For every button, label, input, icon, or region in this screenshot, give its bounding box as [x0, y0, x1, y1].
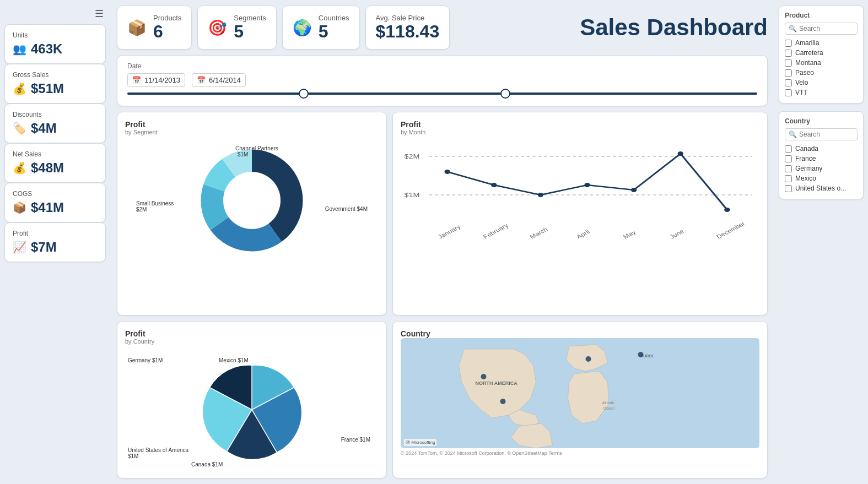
svg-text:$2M: $2M: [405, 153, 420, 160]
svg-text:Ocean: Ocean: [603, 406, 615, 410]
kpi-value-profit: $7M: [31, 240, 57, 255]
kpi-label-profit: Profit: [13, 230, 98, 237]
product-checkbox-carretera[interactable]: [785, 50, 792, 57]
country-checkbox-germany[interactable]: [785, 165, 792, 172]
country-search-icon: 🔍: [789, 130, 797, 138]
date-slider-start-thumb[interactable]: [299, 89, 309, 99]
product-search-input[interactable]: [799, 25, 854, 32]
product-filter-item[interactable]: Paseo: [785, 68, 858, 78]
svg-point-14: [631, 188, 637, 192]
product-checkbox-amarilla[interactable]: [785, 40, 792, 47]
map-brand-logo: Ⓜ Microsofting: [406, 440, 435, 445]
date-range-card: Date 📅 11/14/2013 📅 6/14/2014: [117, 55, 768, 106]
product-filter-item[interactable]: Montana: [785, 58, 858, 68]
country-label-germany: Germany $1M: [128, 357, 163, 363]
map-container: NORTH AMERICA Atlantic Ocean EUROI Ⓜ Mic…: [401, 338, 759, 448]
product-checkbox-velo[interactable]: [785, 79, 792, 86]
country-label-france: France $1M: [341, 437, 370, 443]
country-label-usa: United States of America$1M: [128, 447, 188, 459]
date-inputs: 📅 11/14/2013 📅 6/14/2014: [127, 73, 757, 87]
end-date-input[interactable]: 📅 6/14/2014: [192, 73, 246, 87]
kpi-card-gross-sales: Gross Sales 💰 $51M: [4, 64, 106, 104]
stat-label-products: Products: [153, 14, 181, 22]
product-checkbox-montana[interactable]: [785, 59, 792, 67]
stat-label-segments: Segments: [234, 14, 266, 22]
kpi-card-units: Units 👥 463K: [4, 24, 106, 64]
svg-point-11: [491, 183, 497, 187]
kpi-card-profit: Profit 📈 $7M: [4, 222, 106, 262]
date-slider-track[interactable]: [127, 93, 757, 95]
kpi-label-units: Units: [13, 31, 98, 39]
country-checkbox-united-states-o...[interactable]: [785, 185, 792, 192]
country-filter-label: Germany: [795, 165, 822, 172]
charts-row-1: Profit by Segment: [117, 112, 768, 316]
svg-text:NORTH AMERICA: NORTH AMERICA: [476, 380, 518, 386]
right-panel: Product 🔍 Amarilla Carretera Montana Pas…: [774, 0, 868, 484]
country-checkbox-france[interactable]: [785, 155, 792, 162]
product-filter-label: Carretera: [795, 49, 823, 57]
product-filter-item[interactable]: Carretera: [785, 48, 858, 58]
dashboard: ☰ Units 👥 463K Gross Sales 💰 $51M Discou…: [0, 0, 868, 484]
stat-icon-segments: 🎯: [208, 19, 227, 37]
country-filter-item[interactable]: Germany: [785, 164, 858, 173]
product-search-icon: 🔍: [789, 25, 797, 32]
product-checkbox-vtt[interactable]: [785, 89, 792, 96]
svg-point-5: [223, 172, 281, 229]
stat-value-countries: 5: [319, 22, 349, 41]
start-date-input[interactable]: 📅 11/14/2013: [127, 73, 185, 87]
product-filter-label: Montana: [795, 59, 821, 67]
kpi-icon-net-sales: 💰: [13, 161, 26, 175]
svg-point-34: [481, 374, 487, 379]
stat-card-avg-sale-price: Avg. Sale Price $118.43: [365, 6, 450, 50]
country-checkbox-mexico[interactable]: [785, 175, 792, 182]
product-filter-item[interactable]: Velo: [785, 78, 858, 88]
kpi-value-units: 463K: [31, 41, 62, 57]
product-filter-item[interactable]: Amarilla: [785, 38, 858, 48]
stat-icon-countries: 🌍: [293, 19, 312, 37]
product-filter-section: Product 🔍 Amarilla Carretera Montana Pas…: [779, 6, 864, 104]
donut-chart-segment: [197, 145, 307, 255]
country-checkbox-canada[interactable]: [785, 145, 792, 153]
product-filter-item[interactable]: VTT: [785, 88, 858, 97]
filter-icon[interactable]: ☰: [95, 8, 104, 20]
stat-card-segments: 🎯 Segments 5: [197, 6, 277, 50]
stat-label-countries: Countries: [319, 14, 349, 22]
country-filter-item[interactable]: Canada: [785, 144, 858, 154]
country-filter-item[interactable]: France: [785, 154, 858, 164]
kpi-label-discounts: Discounts: [13, 111, 98, 118]
kpi-value-discounts: $4M: [31, 121, 57, 136]
stat-value-segments: 5: [234, 22, 266, 41]
svg-point-15: [678, 151, 683, 156]
svg-point-37: [638, 352, 644, 357]
profit-by-country-card: Profit by Country: [117, 321, 387, 478]
kpi-value-gross-sales: $51M: [31, 81, 64, 96]
product-checkbox-paseo[interactable]: [785, 69, 792, 77]
kpi-card-discounts: Discounts 🏷️ $4M: [4, 104, 106, 143]
product-filter-label: VTT: [795, 89, 808, 96]
country-filter-title: Country: [785, 117, 858, 125]
svg-point-12: [538, 193, 543, 197]
svg-text:May: May: [621, 229, 637, 240]
start-date-value: 11/14/2013: [144, 76, 180, 84]
svg-text:February: February: [482, 222, 510, 240]
country-filter-label: Canada: [795, 145, 818, 153]
svg-point-35: [500, 399, 506, 404]
country-search-input[interactable]: [799, 130, 854, 138]
product-search-box[interactable]: 🔍: [785, 23, 858, 35]
date-slider-end-thumb[interactable]: [500, 89, 510, 99]
stat-icon-products: 📦: [127, 19, 147, 37]
country-search-box[interactable]: 🔍: [785, 128, 858, 140]
sidebar: ☰ Units 👥 463K Gross Sales 💰 $51M Discou…: [0, 0, 110, 484]
profit-segment-subtitle: by Segment: [125, 129, 379, 135]
kpi-icon-profit: 📈: [13, 241, 26, 254]
top-row: 📦 Products 6 🎯 Segments 5 🌍 Countries 5 …: [117, 6, 768, 50]
profit-by-month-card: Profit by Month $2M $1M: [392, 112, 768, 316]
country-filter-item[interactable]: Mexico: [785, 173, 858, 183]
end-date-value: 6/14/2014: [209, 76, 241, 84]
profit-segment-title: Profit: [125, 120, 379, 129]
svg-text:March: March: [528, 226, 549, 240]
kpi-icon-gross-sales: 💰: [13, 82, 26, 95]
kpi-label-net-sales: Net Sales: [13, 150, 98, 158]
svg-text:April: April: [575, 229, 591, 240]
country-filter-item[interactable]: United States o...: [785, 183, 858, 193]
